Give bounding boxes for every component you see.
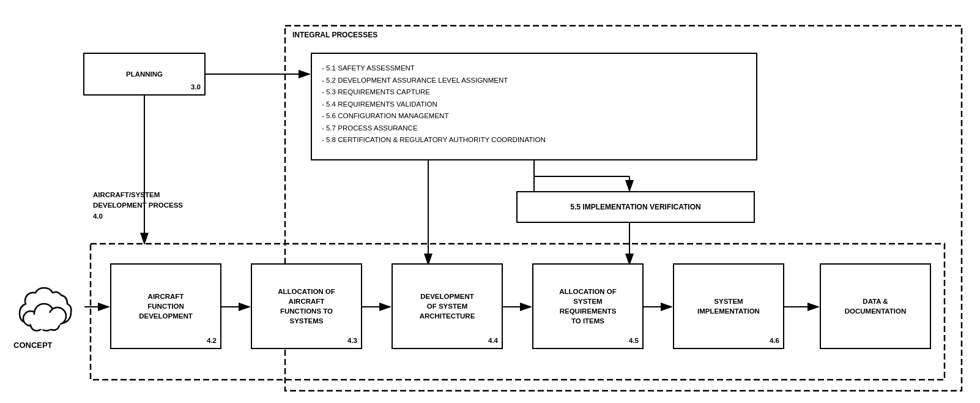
system-architecture-number: 4.4	[488, 336, 498, 345]
integral-processes-label: INTEGRAL PROCESSES	[292, 31, 377, 39]
allocation-functions-number: 4.3	[347, 336, 357, 345]
system-architecture-label: DEVELOPMENTOF SYSTEMARCHITECTURE	[420, 292, 475, 321]
item-5-2: - 5.2 DEVELOPMENT ASSURANCE LEVEL ASSIGN…	[322, 75, 546, 87]
allocation-requirements-number: 4.5	[629, 336, 639, 345]
aircraft-function-number: 4.2	[207, 336, 217, 345]
planning-label: PLANNING	[126, 69, 163, 79]
planning-number: 3.0	[191, 82, 201, 92]
aircraft-function-label: AIRCRAFTFUNCTIONDEVELOPMENT	[139, 292, 193, 321]
system-implementation-box: SYSTEMIMPLEMENTATION 4.6	[673, 263, 784, 349]
planning-box: PLANNING 3.0	[83, 53, 206, 96]
system-implementation-label: SYSTEMIMPLEMENTATION	[697, 296, 760, 316]
diagram-container: CONCEPT INTEGRAL PROCESSES AIRCRAFT/SYST…	[0, 0, 980, 403]
integral-list: - 5.1 SAFETY ASSESSMENT - 5.2 DEVELOPMEN…	[322, 62, 546, 146]
impl-ver-label: 5.5 IMPLEMENTATION VERIFICATION	[570, 202, 700, 213]
aircraft-function-box: AIRCRAFTFUNCTIONDEVELOPMENT 4.2	[110, 263, 221, 349]
item-5-1: - 5.1 SAFETY ASSESSMENT	[322, 62, 546, 75]
allocation-functions-label: ALLOCATION OFAIRCRAFTFUNCTIONS TOSYSTEMS	[278, 287, 335, 326]
integral-processes-box: - 5.1 SAFETY ASSESSMENT - 5.2 DEVELOPMEN…	[311, 53, 757, 160]
allocation-requirements-label: ALLOCATION OFSYSTEMREQUIREMENTSTO ITEMS	[559, 287, 617, 326]
system-architecture-box: DEVELOPMENTOF SYSTEMARCHITECTURE 4.4	[392, 263, 503, 349]
data-documentation-box: DATA &DOCUMENTATION	[820, 263, 931, 349]
data-documentation-label: DATA &DOCUMENTATION	[845, 296, 907, 316]
concept-label: CONCEPT	[13, 341, 53, 350]
allocation-requirements-box: ALLOCATION OFSYSTEMREQUIREMENTSTO ITEMS …	[532, 263, 644, 349]
allocation-functions-box: ALLOCATION OFAIRCRAFTFUNCTIONS TOSYSTEMS…	[251, 263, 362, 349]
item-5-6: - 5.6 CONFIGURATION MANAGEMENT	[322, 110, 546, 122]
item-5-8: - 5.8 CERTIFICATION & REGULATORY AUTHORI…	[322, 134, 546, 146]
item-5-7: - 5.7 PROCESS ASSURANCE	[322, 122, 546, 135]
dev-label-text: AIRCRAFT/SYSTEMDEVELOPMENT PROCESS4.0	[93, 191, 183, 220]
implementation-verification-box: 5.5 IMPLEMENTATION VERIFICATION	[516, 191, 755, 223]
item-5-4: - 5.4 REQUIREMENTS VALIDATION	[322, 99, 546, 111]
development-process-label: AIRCRAFT/SYSTEMDEVELOPMENT PROCESS4.0	[93, 190, 183, 222]
system-implementation-number: 4.6	[770, 336, 779, 345]
item-5-3: - 5.3 REQUIREMENTS CAPTURE	[322, 86, 546, 99]
svg-point-22	[29, 312, 61, 330]
concept-cloud	[9, 279, 82, 338]
